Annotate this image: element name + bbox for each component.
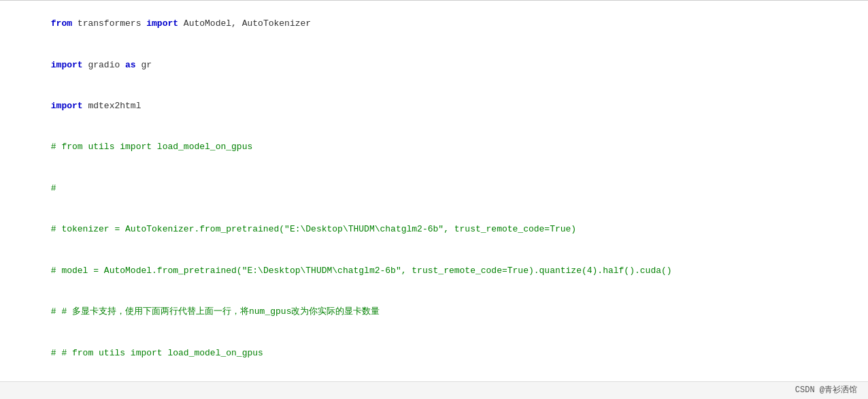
code-line-9: # # from utils import load_model_on_gpus <box>0 332 868 373</box>
code-line-1: from transformers import AutoModel, Auto… <box>0 3 868 44</box>
kw-from: from <box>51 18 72 29</box>
line-text-2: import gradio as gr <box>16 44 868 85</box>
line-text-6: # tokenizer = AutoTokenizer.from_pretrai… <box>16 209 868 250</box>
plain: transformers <box>72 18 146 29</box>
line-text-3: import mdtex2html <box>16 86 868 127</box>
code-line-3: import mdtex2html <box>0 86 868 127</box>
kw-import3: import <box>51 101 83 111</box>
comment-1: # from utils import load_model_on_gpus <box>51 142 252 152</box>
code-line-8: # # 多显卡支持，使用下面两行代替上面一行，将num_gpus改为你实际的显卡… <box>0 291 868 332</box>
line-text-7: # model = AutoModel.from_pretrained("E:\… <box>16 251 868 291</box>
code-line-6: # tokenizer = AutoTokenizer.from_pretrai… <box>0 209 868 250</box>
plain3: gradio <box>83 60 125 70</box>
footer: CSDN @青衫洒馆 <box>0 381 868 399</box>
watermark-text: CSDN @青衫洒馆 <box>795 384 857 397</box>
code-line-4: # from utils import load_model_on_gpus <box>0 127 868 167</box>
comment-5: # model = AutoModel.from_pretrained( <box>51 266 242 276</box>
code-area: from transformers import AutoModel, Auto… <box>0 1 868 382</box>
comment-6: , trust_remote_code=True).quantize(4).ha… <box>401 266 672 276</box>
comment-str2: "E:\Desktop\THUDM\chatglm2-6b" <box>242 266 401 276</box>
plain2: AutoModel, AutoTokenizer <box>178 18 311 29</box>
kw-as: as <box>125 60 136 70</box>
plain5: mdtex2html <box>83 101 141 111</box>
line-text-9: # # from utils import load_model_on_gpus <box>16 332 868 373</box>
kw-import2: import <box>51 60 83 70</box>
code-line-7: # model = AutoModel.from_pretrained("E:\… <box>0 251 868 291</box>
comment-3: # tokenizer = AutoTokenizer.from_pretrai… <box>51 224 284 234</box>
line-text-5: # <box>16 168 868 209</box>
comment-4: , trust_remote_code=True) <box>444 224 576 234</box>
code-line-5: # <box>0 168 868 209</box>
line-text-1: from transformers import AutoModel, Auto… <box>16 3 868 44</box>
comment-str: "E:\Desktop\THUDM\chatglm2-6b" <box>284 224 444 234</box>
comment-2: # <box>51 183 56 193</box>
comment-7: # # from utils import load_model_on_gpus <box>51 348 263 358</box>
kw-import: import <box>146 18 178 29</box>
line-text-4: # from utils import load_model_on_gpus <box>16 127 868 167</box>
line-text-8: # # 多显卡支持，使用下面两行代替上面一行，将num_gpus改为你实际的显卡… <box>16 291 868 332</box>
comment-chinese: # # 多显卡支持，使用下面两行代替上面一行，将num_gpus改为你实际的显卡… <box>51 306 380 317</box>
code-line-2: import gradio as gr <box>0 44 868 85</box>
plain4: gr <box>136 60 152 70</box>
